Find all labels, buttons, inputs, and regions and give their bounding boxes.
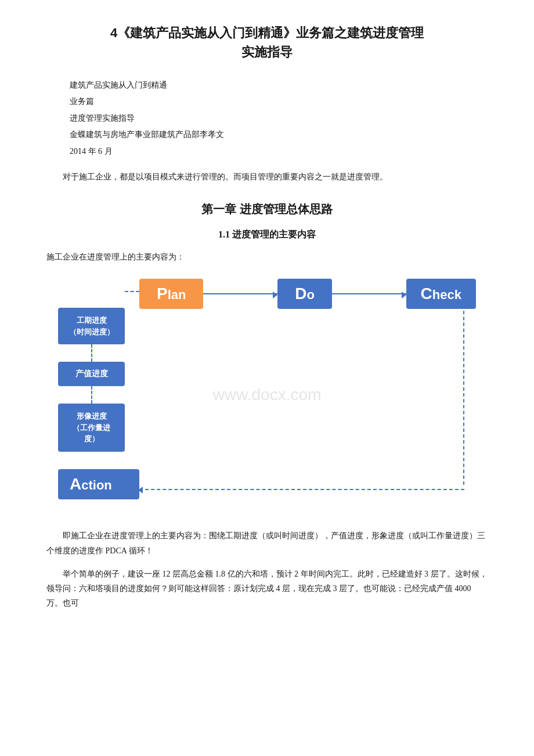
bottom-text-1: 即施工企业在进度管理上的主要内容为：围绕工期进度（或叫时间进度），产值进度，形象… bbox=[46, 528, 488, 557]
plan-capital: P bbox=[157, 285, 168, 303]
gongqi-box: 工期进度（时间进度） bbox=[58, 308, 125, 344]
action-capital: A bbox=[70, 475, 81, 493]
meta-item-5: 2014 年 6 月 bbox=[70, 145, 488, 158]
meta-item-3: 进度管理实施指导 bbox=[70, 112, 488, 125]
plan-label: lan bbox=[168, 287, 186, 302]
xingxiang-box: 形像进度（工作量进度） bbox=[58, 404, 125, 452]
section-1-1-title: 1.1 进度管理的主要内容 bbox=[46, 229, 488, 241]
do-capital: D bbox=[295, 285, 306, 303]
left-boxes: 工期进度（时间进度） 产值进度 形像进度（工作量进度） bbox=[58, 308, 125, 452]
section-1-1-intro: 施工企业在进度管理上的主要内容为： bbox=[46, 250, 488, 264]
meta-item-1: 建筑产品实施从入门到精通 bbox=[70, 79, 488, 92]
bottom-text-2: 举个简单的例子，建设一座 12 层高总金额 1.8 亿的六和塔，预计 2 年时间… bbox=[46, 567, 488, 611]
action-label: ction bbox=[81, 478, 112, 492]
top-row: Plan Do Check bbox=[139, 279, 476, 309]
watermark: www.docx.com bbox=[213, 386, 322, 404]
check-capital: C bbox=[421, 285, 432, 303]
right-dashed-line bbox=[463, 299, 464, 485]
check-box: Check bbox=[406, 279, 476, 309]
intro-paragraph: 对于施工企业，都是以项目模式来进行管理的。而项目管理的重要内容之一就是进度管理。 bbox=[46, 170, 488, 184]
v-dashed-1 bbox=[91, 344, 92, 362]
pdca-diagram: www.docx.com Plan Do Check 工期进度（时间进度） 产值… bbox=[46, 273, 488, 517]
bottom-dashed-line bbox=[139, 489, 464, 490]
page-title: 4《建筑产品实施从入门到精通》业务篇之建筑进度管理 实施指导 bbox=[46, 23, 488, 62]
check-label: heck bbox=[432, 287, 461, 302]
do-label: o bbox=[306, 287, 314, 302]
v-dashed-2 bbox=[91, 386, 92, 404]
plan-box: Plan bbox=[139, 279, 203, 309]
do-box: Do bbox=[277, 279, 332, 309]
meta-section: 建筑产品实施从入门到精通 业务篇 进度管理实施指导 金蝶建筑与房地产事业部建筑产… bbox=[70, 79, 488, 158]
chapter-1-title: 第一章 进度管理总体思路 bbox=[46, 201, 488, 217]
action-box: Action bbox=[58, 469, 139, 499]
meta-item-4: 金蝶建筑与房地产事业部建筑产品部李孝文 bbox=[70, 128, 488, 141]
chanzhi-box: 产值进度 bbox=[58, 362, 125, 386]
meta-item-2: 业务篇 bbox=[70, 95, 488, 108]
